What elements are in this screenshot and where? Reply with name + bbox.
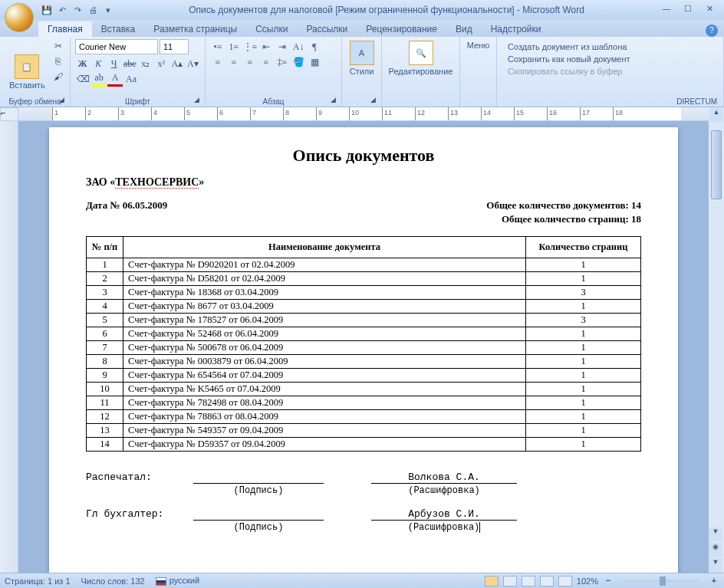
ruler-horizontal[interactable]: 123456789101112131415161718	[18, 107, 709, 121]
cell-num: 3	[87, 286, 123, 300]
change-case-button[interactable]: Aa	[123, 71, 139, 87]
table-row: 9Счет-фактура № 654564 от 07.04.20091	[87, 369, 641, 383]
ribbon: 📋 Вставить ✂ ⎘ 🖌 Буфер обмена ◢ Ж К Ч ab…	[0, 37, 724, 107]
font-name-input[interactable]	[75, 39, 158, 54]
paste-button[interactable]: 📋 Вставить	[5, 39, 50, 105]
help-icon[interactable]: ?	[706, 25, 718, 37]
print-icon[interactable]: 🖨	[86, 3, 100, 17]
grow-font-button[interactable]: A▴	[169, 56, 185, 71]
undo-icon[interactable]: ↶	[55, 3, 69, 17]
font-launcher-icon[interactable]: ◢	[194, 96, 203, 105]
align-center-button[interactable]: ≡	[226, 54, 242, 70]
styles-button[interactable]: A Стили	[347, 39, 377, 77]
redo-icon[interactable]: ↷	[71, 3, 84, 17]
strike-button[interactable]: abc	[123, 56, 138, 71]
justify-button[interactable]: ≡	[258, 54, 274, 70]
copy-icon[interactable]: ⎘	[51, 54, 65, 68]
document-area[interactable]: Опись документов ЗАО «ТЕХНОСЕРВИС» Дата …	[18, 121, 709, 573]
table-row: 2Счет-фактура № D58201 от 02.04.20091	[87, 272, 641, 286]
zoom-thumb[interactable]	[660, 577, 666, 586]
superscript-button[interactable]: x²	[154, 56, 169, 71]
scroll-up-icon[interactable]: ▲	[709, 108, 723, 122]
zoom-in-button[interactable]: +	[709, 576, 719, 586]
shrink-font-button[interactable]: A▾	[186, 56, 201, 71]
clipboard-icon: 📋	[15, 54, 39, 79]
paragraph-launcher-icon[interactable]: ◢	[331, 96, 340, 105]
zoom-value[interactable]: 102%	[577, 577, 598, 586]
tab-layout[interactable]: Разметка страницы	[144, 21, 246, 37]
indent-button[interactable]: ⇥	[275, 39, 290, 54]
tab-view[interactable]: Вид	[446, 21, 482, 37]
borders-button[interactable]: ▦	[307, 54, 322, 70]
subscript-button[interactable]: x₂	[138, 56, 153, 71]
format-painter-icon[interactable]: 🖌	[51, 70, 65, 84]
status-words[interactable]: Число слов: 132	[81, 577, 145, 586]
close-button[interactable]: ✕	[701, 4, 718, 16]
document-page[interactable]: Опись документов ЗАО «ТЕХНОСЕРВИС» Дата …	[49, 127, 678, 573]
outdent-button[interactable]: ⇤	[258, 39, 274, 54]
underline-button[interactable]: Ч	[107, 56, 122, 71]
signature-caption-2: (Подпись)	[193, 522, 324, 533]
cell-num: 12	[87, 410, 123, 424]
maximize-button[interactable]: ☐	[680, 4, 696, 16]
clear-format-button[interactable]: ⌫	[75, 71, 90, 87]
highlight-button[interactable]: ab	[91, 71, 107, 87]
directum-copy-link[interactable]: Скопировать ссылку в буфер	[508, 67, 712, 76]
status-page[interactable]: Страница: 1 из 1	[5, 577, 71, 586]
numbering-button[interactable]: 1≡	[226, 39, 242, 54]
zoom-slider[interactable]	[623, 580, 699, 583]
prev-page-icon[interactable]: ◉	[709, 543, 722, 557]
scroll-down-icon[interactable]: ▼	[709, 527, 722, 541]
view-draft-button[interactable]	[558, 576, 572, 586]
view-print-button[interactable]	[485, 576, 499, 586]
scroll-thumb[interactable]	[711, 130, 722, 199]
tab-references[interactable]: Ссылки	[246, 21, 297, 37]
status-bar: Страница: 1 из 1 Число слов: 132 русский…	[0, 573, 724, 588]
ruler-vertical[interactable]	[0, 121, 18, 573]
view-web-button[interactable]	[522, 576, 535, 586]
clipboard-launcher-icon[interactable]: ◢	[59, 96, 68, 105]
group-paragraph-label: Абзац	[206, 97, 341, 106]
decode-caption-2: (Расшифровка)	[371, 522, 517, 533]
styles-launcher-icon[interactable]: ◢	[370, 96, 380, 105]
view-outline-button[interactable]	[540, 576, 554, 586]
cell-pages: 1	[526, 341, 641, 355]
next-page-icon[interactable]: ▼	[709, 558, 722, 572]
font-color-button[interactable]: A	[107, 71, 123, 87]
view-reading-button[interactable]	[503, 576, 517, 586]
italic-button[interactable]: К	[91, 56, 107, 71]
cut-icon[interactable]: ✂	[51, 39, 65, 53]
bullets-button[interactable]: •≡	[210, 39, 225, 54]
shading-button[interactable]: 🪣	[291, 54, 306, 70]
tab-mailings[interactable]: Рассылки	[297, 21, 357, 37]
menu-button[interactable]: Меню	[465, 39, 492, 51]
sort-button[interactable]: A↓	[291, 39, 306, 54]
scrollbar-vertical[interactable]: ▲ ▼ ◉ ▼	[709, 107, 724, 573]
cell-num: 6	[87, 327, 123, 341]
align-left-button[interactable]: ≡	[210, 54, 225, 70]
zoom-out-button[interactable]: −	[603, 576, 614, 586]
ruler-corner[interactable]: ⌐	[0, 107, 18, 121]
directum-create-link[interactable]: Создать документ из шаблона	[508, 42, 712, 51]
editing-button[interactable]: 🔍 Редактирование	[387, 39, 455, 77]
directum-save-link[interactable]: Сохранить как новый документ	[508, 54, 712, 64]
cell-name: Счет-фактура № K5465 от 07.04.2009	[123, 383, 526, 396]
tab-insert[interactable]: Вставка	[92, 21, 145, 37]
qat-more-icon[interactable]: ▾	[101, 3, 115, 17]
minimize-button[interactable]: —	[658, 4, 675, 16]
align-right-button[interactable]: ≡	[242, 54, 258, 70]
save-icon[interactable]: 💾	[40, 3, 54, 17]
tab-home[interactable]: Главная	[38, 21, 92, 37]
tab-addins[interactable]: Надстройки	[482, 21, 551, 37]
docs-total: Общее количество документов: 14	[486, 199, 641, 212]
bold-button[interactable]: Ж	[75, 56, 90, 71]
styles-label: Стили	[350, 67, 374, 76]
status-language[interactable]: русский	[156, 576, 199, 586]
show-marks-button[interactable]: ¶	[307, 39, 322, 54]
multilevel-button[interactable]: ⋮≡	[242, 39, 258, 54]
line-spacing-button[interactable]: ‡≡	[275, 54, 290, 70]
tab-review[interactable]: Рецензирование	[357, 21, 446, 37]
office-button[interactable]	[5, 3, 34, 32]
font-size-input[interactable]	[160, 39, 189, 54]
documents-table: № п/п Наименование документа Количество …	[86, 236, 641, 452]
